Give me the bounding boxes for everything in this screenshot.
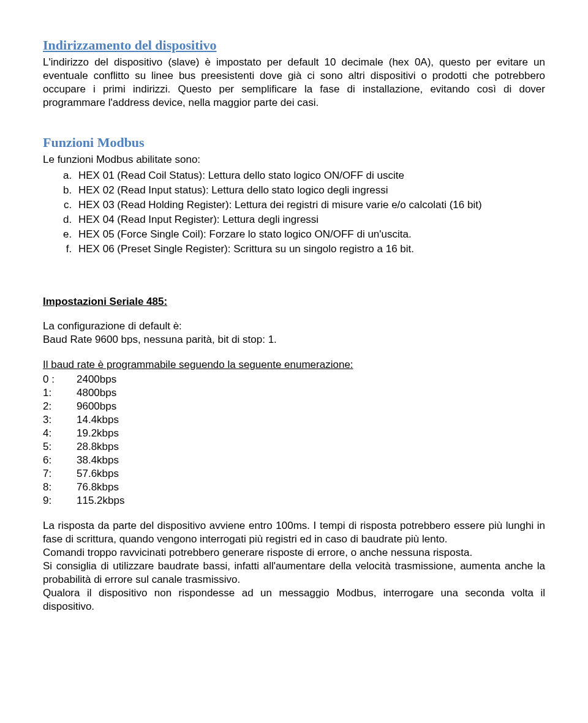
list-item: HEX 01 (Read Coil Status): Lettura dello… — [75, 169, 545, 182]
baud-value: 4800bps — [77, 386, 116, 400]
modbus-function-list: HEX 01 (Read Coil Status): Lettura dello… — [43, 169, 545, 257]
baud-key: 6: — [43, 454, 77, 467]
table-row: 4:19.2kbps — [43, 427, 545, 440]
baud-value: 19.2kbps — [77, 427, 119, 440]
baud-key: 9: — [43, 494, 77, 508]
table-row: 7:57.6kbps — [43, 467, 545, 481]
heading-funzioni-modbus: Funzioni Modbus — [43, 134, 545, 152]
baud-value: 2400bps — [77, 373, 116, 386]
heading-impostazioni-seriale: Impostazioni Seriale 485: — [43, 295, 545, 309]
baud-key: 8: — [43, 481, 77, 494]
baud-value: 76.8kbps — [77, 481, 119, 494]
list-item: HEX 03 (Read Holding Register): Lettura … — [75, 198, 545, 212]
baud-value: 115.2kbps — [77, 494, 124, 508]
baud-value: 28.8kbps — [77, 440, 119, 454]
baud-value: 38.4kbps — [77, 454, 119, 467]
baud-key: 4: — [43, 427, 77, 440]
baud-key: 3: — [43, 413, 77, 427]
para-retry: Qualora il dispositivo non rispondesse a… — [43, 586, 545, 613]
table-row: 2:9600bps — [43, 400, 545, 413]
table-row: 8:76.8kbps — [43, 481, 545, 494]
table-row: 6:38.4kbps — [43, 454, 545, 467]
para-commands-close: Comandi troppo ravvicinati potrebbero ge… — [43, 546, 545, 560]
table-row: 9:115.2kbps — [43, 494, 545, 508]
list-item: HEX 04 (Read Input Register): Lettura de… — [75, 213, 545, 227]
list-item: HEX 06 (Preset Single Register): Scrittu… — [75, 242, 545, 256]
para-indirizzamento: L'indirizzo del dispositivo (slave) è im… — [43, 56, 545, 110]
baud-key: 0 : — [43, 373, 77, 386]
baud-key: 2: — [43, 400, 77, 413]
para-response-time: La risposta da parte del dispositivo avv… — [43, 519, 545, 546]
list-item: HEX 05 (Force Single Coil): Forzare lo s… — [75, 228, 545, 241]
baud-key: 5: — [43, 440, 77, 454]
para-default-config-b: Baud Rate 9600 bps, nessuna parità, bit … — [43, 333, 545, 347]
para-baud-enum-intro: Il baud rate è programmabile seguendo la… — [43, 358, 545, 372]
heading-indirizzamento: Indirizzamento del dispositivo — [43, 37, 545, 54]
baud-key: 1: — [43, 386, 77, 400]
table-row: 1:4800bps — [43, 386, 545, 400]
baud-value: 57.6kbps — [77, 467, 119, 481]
baud-value: 14.4kbps — [77, 413, 119, 427]
para-default-config-a: La configurazione di default è: — [43, 320, 545, 333]
table-row: 3:14.4kbps — [43, 413, 545, 427]
baud-value: 9600bps — [77, 400, 116, 413]
list-item: HEX 02 (Read Input status): Lettura dell… — [75, 184, 545, 197]
baud-key: 7: — [43, 467, 77, 481]
para-baud-advice: Si consiglia di utilizzare baudrate bass… — [43, 560, 545, 586]
table-row: 0 :2400bps — [43, 373, 545, 386]
baud-rate-table: 0 :2400bps 1:4800bps 2:9600bps 3:14.4kbp… — [43, 373, 545, 508]
table-row: 5:28.8kbps — [43, 440, 545, 454]
para-funzioni-intro: Le funzioni Modbus abilitate sono: — [43, 153, 545, 167]
